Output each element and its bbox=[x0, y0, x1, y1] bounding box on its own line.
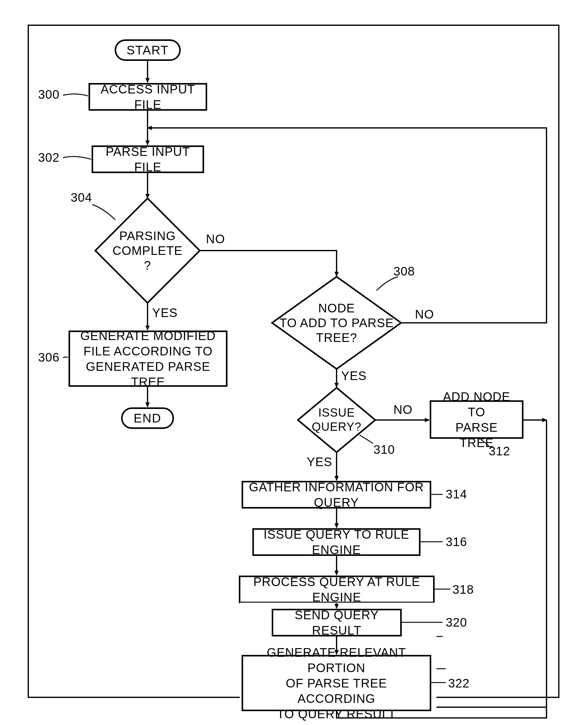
decision-node-to-add: NODE TO ADD TO PARSE TREE? bbox=[271, 275, 403, 371]
process-text: ACCESS INPUT FILE bbox=[96, 82, 200, 112]
label-310-yes: YES bbox=[307, 455, 332, 469]
process-gather-info: GATHER INFORMATION FOR QUERY bbox=[241, 481, 431, 509]
decision-text: PARSING COMPLETE ? bbox=[112, 228, 183, 273]
start-terminator: START bbox=[114, 39, 181, 61]
process-process-query: PROCESS QUERY AT RULE ENGINE bbox=[239, 576, 435, 603]
ref-310: 310 bbox=[374, 443, 395, 457]
process-generate-modified: GENERATE MODIFIED FILE ACCORDING TO GENE… bbox=[68, 331, 228, 387]
process-text: ISSUE QUERY TO RULE ENGINE bbox=[259, 527, 414, 557]
label-308-no: NO bbox=[415, 308, 434, 321]
process-text: GENERATE RELEVANT PORTION OF PARSE TREE … bbox=[249, 645, 424, 722]
ref-314: 314 bbox=[446, 487, 467, 501]
ref-316: 316 bbox=[446, 535, 467, 549]
ref-320: 320 bbox=[446, 616, 467, 629]
start-label: START bbox=[127, 43, 169, 57]
process-text: GENERATE MODIFIED FILE ACCORDING TO GENE… bbox=[76, 328, 220, 390]
label-308-yes: YES bbox=[341, 369, 367, 383]
p322-top: GENERATE RELEVANT PORTION OF PARSE TREE … bbox=[241, 655, 431, 711]
process-text: ADD NODE TO PARSE TREE bbox=[437, 389, 517, 451]
decision-text: ISSUE QUERY? bbox=[312, 406, 361, 434]
process-parse-input: PARSE INPUT FILE bbox=[91, 145, 204, 173]
ref-308: 308 bbox=[394, 264, 415, 278]
ref-302: 302 bbox=[38, 151, 60, 165]
ref-318: 318 bbox=[453, 583, 474, 597]
decision-text: NODE TO ADD TO PARSE TREE? bbox=[279, 301, 394, 345]
process-text: GATHER INFORMATION FOR QUERY bbox=[249, 479, 424, 510]
end-terminator: END bbox=[121, 408, 174, 429]
ref-312: 312 bbox=[489, 444, 510, 458]
decision-issue-query: ISSUE QUERY? bbox=[296, 386, 377, 454]
process-text: PROCESS QUERY AT RULE ENGINE bbox=[246, 574, 427, 605]
end-label: END bbox=[134, 411, 161, 425]
label-310-no: NO bbox=[394, 403, 413, 417]
process-access-input: ACCESS INPUT FILE bbox=[88, 83, 207, 111]
p320-top: SEND QUERY RESULT bbox=[272, 609, 402, 637]
ref-304: 304 bbox=[71, 191, 92, 205]
label-304-no: NO bbox=[206, 232, 225, 246]
ref-306: 306 bbox=[38, 351, 60, 364]
process-add-node: ADD NODE TO PARSE TREE bbox=[430, 400, 523, 439]
process-text: PARSE INPUT FILE bbox=[99, 144, 197, 174]
label-304-yes: YES bbox=[152, 306, 178, 320]
process-text: SEND QUERY RESULT bbox=[279, 607, 395, 638]
decision-parsing-complete: PARSING COMPLETE ? bbox=[94, 197, 201, 304]
ref-300: 300 bbox=[38, 88, 60, 101]
ref-322: 322 bbox=[448, 677, 470, 690]
process-issue-query: ISSUE QUERY TO RULE ENGINE bbox=[252, 528, 420, 556]
